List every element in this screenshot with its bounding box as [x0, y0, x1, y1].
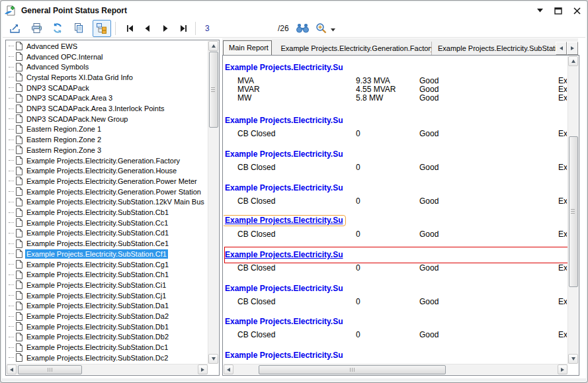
window-menu-button[interactable] — [535, 7, 544, 15]
tree-item[interactable]: Example Projects.Electricity.SubStation.… — [7, 207, 208, 218]
scroll-left-button[interactable] — [7, 364, 17, 374]
tree-item[interactable]: Advanced OPC.Internal — [7, 52, 208, 62]
previous-page-icon — [145, 25, 150, 32]
tree-item[interactable]: Advanced EWS — [7, 41, 208, 52]
tree-connector-line — [9, 140, 14, 140]
quality-cell: Good — [419, 76, 485, 85]
last-page-button[interactable] — [175, 21, 191, 36]
tree-item[interactable]: Example Projects.Electricity.Generation.… — [7, 187, 208, 197]
scroll-up-button[interactable] — [208, 41, 218, 51]
application-window: General Point Status Report — [0, 0, 588, 383]
tree-item[interactable]: Eastern Region.Zone 3 — [7, 145, 208, 155]
group-header-link[interactable]: Example Projects.Electricity.Su — [225, 63, 343, 72]
report-vertical-scrollbar[interactable] — [567, 56, 578, 364]
triangle-up-icon — [212, 44, 216, 48]
tree-item[interactable]: Example Projects.Electricity.SubStation.… — [7, 290, 208, 301]
tree-connector-line — [9, 46, 14, 46]
zoom-button[interactable] — [313, 21, 330, 36]
toggle-group-tree-button[interactable] — [93, 20, 111, 37]
tree-connector-line — [9, 306, 14, 306]
previous-page-button[interactable] — [140, 21, 155, 36]
tree-item[interactable]: Eastern Region.Zone 2 — [7, 134, 208, 145]
maximize-button[interactable] — [554, 7, 563, 15]
report-horizontal-scrollbar[interactable] — [224, 364, 567, 374]
tree-item[interactable]: Example Projects.Electricity.SubStation.… — [7, 332, 208, 343]
tree-item[interactable]: Example Projects.Electricity.SubStation.… — [7, 280, 208, 290]
scroll-up-button[interactable] — [568, 56, 578, 66]
document-icon — [16, 322, 22, 331]
tree-item[interactable]: Example Projects.Electricity.SubStation.… — [7, 269, 208, 280]
print-button[interactable] — [28, 21, 45, 36]
tree-item[interactable]: Example Projects.Electricity.SubStation.… — [7, 301, 208, 312]
tree-connector-line — [9, 295, 14, 296]
tree-item[interactable]: DNP3 SCADAPack.New Group — [7, 114, 208, 124]
document-icon — [16, 187, 22, 196]
triangle-right-icon — [571, 46, 574, 50]
tree-item[interactable]: Example Projects.Electricity.SubStation.… — [7, 321, 208, 332]
scroll-right-button[interactable] — [198, 364, 208, 374]
tab-report-1[interactable]: Example Projects.Electricity.Generation.… — [274, 42, 431, 55]
tree-item-label: Example Projects.Electricity.SubStation.… — [25, 343, 169, 352]
tree-item[interactable]: Example Projects.Electricity.Generation.… — [7, 155, 208, 166]
tree-item[interactable]: Example Projects.Electricity.SubStation.… — [7, 218, 208, 228]
tab-scroll-left-button[interactable] — [556, 42, 567, 55]
document-icon — [16, 280, 22, 289]
triangle-right-icon — [201, 368, 204, 372]
document-icon — [16, 94, 22, 103]
scroll-left-button[interactable] — [224, 364, 233, 374]
value-cell: 0 — [356, 196, 417, 206]
tab-report-2[interactable]: Example Projects.Electricity.SubStati — [431, 42, 556, 55]
tree-item[interactable]: Example Projects.Electricity.SubStation.… — [7, 259, 208, 270]
tree-hscroll-thumb[interactable] — [18, 365, 82, 374]
group-header-link[interactable]: Example Projects.Electricity.Su — [225, 116, 343, 125]
tree-item[interactable]: Advanced Symbols — [7, 62, 208, 72]
tree-horizontal-scrollbar[interactable] — [7, 364, 208, 374]
tree-connector-line — [9, 357, 14, 358]
copy-button[interactable] — [70, 21, 87, 36]
close-button[interactable] — [572, 7, 581, 15]
zoom-dropdown-arrow[interactable] — [331, 22, 335, 34]
quality-cell: Good — [419, 297, 485, 306]
scroll-down-button[interactable] — [208, 354, 218, 364]
group-header-link[interactable]: Example Projects.Electricity.Su — [225, 250, 343, 259]
tree-item[interactable]: Example Projects.Electricity.SubStation.… — [7, 311, 208, 321]
report-vscroll-thumb[interactable] — [569, 136, 578, 287]
scroll-down-button[interactable] — [568, 354, 578, 364]
tree-item[interactable]: DNP3 SCADAPack.Area 3 — [7, 93, 208, 104]
tree-item[interactable]: Example Projects.Electricity.SubStation.… — [7, 197, 208, 208]
tree-vscroll-thumb[interactable] — [209, 52, 218, 128]
export-button[interactable] — [7, 21, 24, 36]
tree-item[interactable]: Example Projects.Electricity.SubStation.… — [7, 249, 208, 259]
scroll-right-button[interactable] — [558, 364, 567, 374]
value-cell: 4.55 MVAR — [356, 85, 417, 94]
refresh-button[interactable] — [49, 21, 66, 36]
tree-item[interactable]: Example Projects.Electricity.SubStation.… — [7, 342, 208, 353]
next-page-button[interactable] — [157, 21, 173, 36]
group-header-link[interactable]: Example Projects.Electricity.Su — [224, 215, 346, 226]
tree-item[interactable]: Example Projects.Electricity.Generation.… — [7, 176, 208, 187]
find-button[interactable] — [294, 21, 312, 36]
tree-item[interactable]: Example Projects.Electricity.Generation.… — [7, 165, 208, 176]
tree-item[interactable]: Crystal Reports XI.Data Grid Info — [7, 72, 208, 83]
tree-item[interactable]: DNP3 SCADAPack — [7, 83, 208, 93]
group-header-link[interactable]: Example Projects.Electricity.Su — [225, 149, 343, 159]
tree-item[interactable]: Example Projects.Electricity.SubStation.… — [7, 238, 208, 249]
group-header-link[interactable]: Example Projects.Electricity.Su — [225, 351, 343, 360]
tree-item[interactable]: DNP3 SCADAPack.Area 3.Interlock Points — [7, 103, 208, 114]
tree-item-label: Eastern Region.Zone 1 — [25, 124, 103, 134]
tree-item-label: Example Projects.Electricity.Generation.… — [25, 187, 202, 196]
group-header-link[interactable]: Example Projects.Electricity.Su — [225, 284, 343, 293]
tree-vertical-scrollbar[interactable] — [208, 41, 218, 364]
first-page-button[interactable] — [122, 21, 138, 36]
tree-item[interactable]: Eastern Region.Zone 1 — [7, 124, 208, 135]
tab-main-report[interactable]: Main Report — [223, 40, 272, 55]
tab-scroll-right-button[interactable] — [567, 42, 578, 55]
triangle-up-icon — [571, 60, 575, 63]
group-header-link[interactable]: Example Projects.Electricity.Su — [225, 183, 343, 192]
tree-item[interactable]: Example Projects.Electricity.SubStation.… — [7, 228, 208, 239]
page-number-input[interactable] — [202, 22, 276, 35]
page-total-label: /26 — [278, 24, 289, 33]
group-header-link[interactable]: Example Projects.Electricity.Su — [225, 317, 343, 326]
tree-item[interactable]: Example Projects.Electricity.SubStation.… — [7, 353, 208, 363]
report-hscroll-thumb[interactable] — [259, 365, 446, 374]
